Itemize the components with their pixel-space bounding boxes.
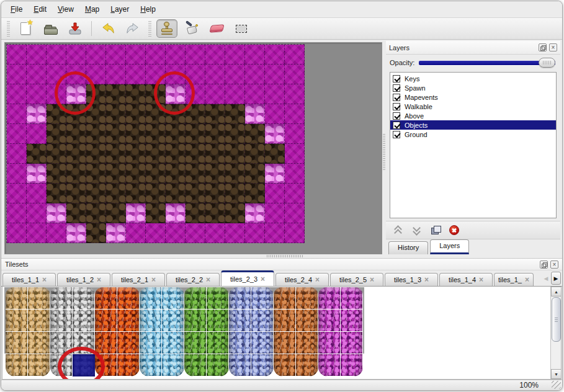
map-tile[interactable] [186,223,205,243]
map-tile[interactable] [285,144,305,164]
tileset-tab-tiles_1_3[interactable]: tiles_1_3× [385,273,438,286]
tileset-group-periwinkle-fur[interactable] [229,287,274,376]
map-tile[interactable] [86,84,106,104]
tileset-tile[interactable] [140,287,162,310]
tileset-tile[interactable] [296,287,318,310]
stamp-tool-button[interactable] [156,19,177,38]
map-tile[interactable] [245,184,265,203]
map-tile[interactable] [66,104,86,124]
map-tile[interactable] [225,65,245,84]
close-tab-icon[interactable]: × [525,277,529,283]
map-tile[interactable] [186,144,205,164]
tileset-tile[interactable] [207,332,229,354]
map-tile[interactable] [86,164,106,184]
float-panel-icon[interactable] [539,43,547,51]
tileset-tile[interactable] [296,354,318,376]
map-tile[interactable] [245,84,265,104]
tileset-tile[interactable] [229,354,251,376]
map-tile[interactable] [285,65,305,84]
close-panel-icon[interactable]: × [549,43,557,51]
map-tile[interactable] [205,203,225,223]
tileset-group-tan-fur[interactable] [6,287,50,376]
map-tile[interactable] [186,164,205,184]
map-tile[interactable] [66,144,86,164]
map-tile[interactable] [146,65,166,84]
tileset-tile[interactable] [28,310,50,332]
tileset-tab-tiles_1_1[interactable]: tiles_1_1× [2,273,56,286]
tileset-tile[interactable] [296,310,318,332]
map-tile[interactable] [106,184,126,203]
close-tab-icon[interactable]: × [151,277,156,283]
layer-visibility-checkbox[interactable] [393,84,400,92]
layer-visibility-checkbox[interactable] [393,94,400,101]
tileset-tile[interactable] [274,310,296,332]
tileset-tile[interactable] [162,332,184,354]
tileset-tile[interactable] [184,310,207,332]
layer-visibility-checkbox[interactable] [393,103,400,110]
tileset-tile[interactable] [95,310,117,332]
map-tile[interactable] [27,45,47,65]
map-tile[interactable] [245,65,265,84]
map-tile[interactable] [106,104,126,124]
map-tile[interactable] [126,144,146,164]
map-tile[interactable] [265,164,285,184]
layer-visibility-checkbox[interactable] [393,112,400,120]
map-tile[interactable] [27,124,47,144]
map-tile[interactable] [186,45,205,65]
tileset-scrollbar[interactable]: ▲ ▼ [550,287,561,379]
close-tab-icon[interactable]: × [42,277,47,283]
tileset-tile[interactable] [117,354,140,376]
tileset-tile[interactable] [117,310,140,332]
map-tile[interactable] [106,124,126,144]
map-tile[interactable] [265,104,285,124]
tileset-tile[interactable] [6,310,28,332]
map-tile[interactable] [146,203,166,223]
new-file-button[interactable] [15,19,36,38]
tileset-tile[interactable] [318,287,341,310]
tileset-tab-tiles_1_[interactable]: tiles_1_× [494,273,534,286]
map-tile[interactable] [86,45,106,65]
map-tile[interactable] [126,164,146,184]
close-tab-icon[interactable]: × [261,276,265,282]
map-tile[interactable] [166,124,186,144]
tileset-tile[interactable] [207,310,229,332]
scroll-tabs-left-icon[interactable]: ◀ [541,272,551,285]
tileset-tile[interactable] [251,332,274,354]
tileset-group-flame-fur[interactable] [95,287,140,376]
map-tile[interactable] [27,223,47,243]
map-tile[interactable] [47,203,66,223]
tileset-tile[interactable] [184,287,207,310]
tileset-tile[interactable] [274,287,296,310]
opacity-slider[interactable] [419,58,555,68]
map-tile[interactable] [146,144,166,164]
tileset-tile[interactable] [73,310,95,332]
tileset-tile[interactable] [229,332,251,354]
map-tile[interactable] [166,164,186,184]
map-tile[interactable] [146,124,166,144]
map-tile[interactable] [225,223,245,243]
layer-row-keys[interactable]: Keys [390,74,556,83]
map-tile[interactable] [86,104,106,124]
map-tile[interactable] [66,45,86,65]
tileset-tile[interactable] [140,332,162,354]
tileset-tile[interactable] [28,354,50,376]
map-tile[interactable] [285,223,305,243]
tileset-tile[interactable] [95,354,117,376]
tileset-group-green-fur[interactable] [184,287,229,376]
tileset-tile[interactable] [6,287,28,310]
map-tile[interactable] [225,144,245,164]
map-tile[interactable] [186,184,205,203]
map-tile[interactable] [86,124,106,144]
menu-map[interactable]: Map [79,3,105,16]
tileset-tile[interactable] [229,287,251,310]
tileset-tile[interactable] [251,310,274,332]
map-tile[interactable] [47,164,66,184]
map-tile[interactable] [166,84,186,104]
toolbar-grip[interactable] [7,20,10,37]
tileset-tile[interactable] [6,354,28,376]
map-tile[interactable] [47,104,66,124]
map-tile[interactable] [225,164,245,184]
horizontal-splitter[interactable] [1,254,562,258]
map-tile[interactable] [27,203,47,223]
tileset-tile[interactable] [251,287,274,310]
